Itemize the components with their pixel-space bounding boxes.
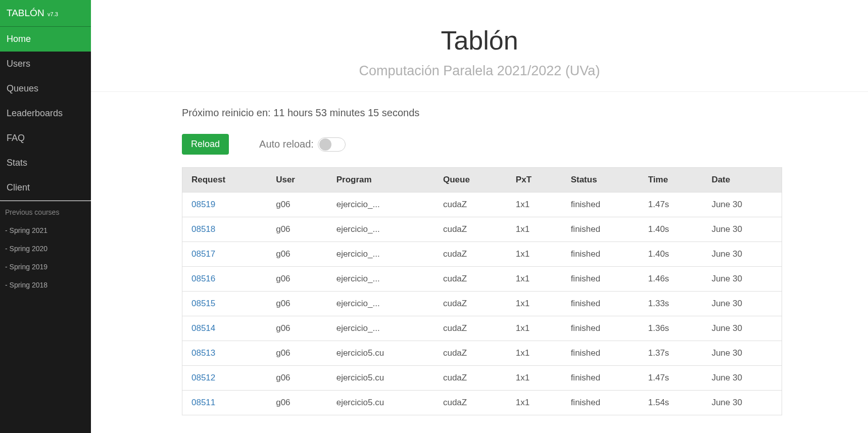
sidebar-item-queues[interactable]: Queues xyxy=(0,76,91,101)
cell-status: finished xyxy=(562,242,639,267)
cell-program: ejercicio_... xyxy=(327,193,434,217)
table-row: 08517g06ejercicio_...cudaZ1x1finished1.4… xyxy=(182,242,782,267)
countdown-text: Próximo reinicio en: 11 hours 53 minutes… xyxy=(182,107,782,119)
sidebar-brand[interactable]: TABLÓN v7.3 xyxy=(0,0,91,27)
cell-request[interactable]: 08516 xyxy=(182,267,267,292)
cell-status: finished xyxy=(562,267,639,292)
cell-user: g06 xyxy=(267,217,327,242)
brand-version: v7.3 xyxy=(47,11,58,17)
sidebar-item-home[interactable]: Home xyxy=(0,27,91,52)
cell-program: ejercicio5.cu xyxy=(327,366,434,391)
brand-title: TABLÓN xyxy=(7,8,44,18)
cell-time: 1.54s xyxy=(639,391,703,415)
table-row: 08519g06ejercicio_...cudaZ1x1finished1.4… xyxy=(182,193,782,217)
cell-status: finished xyxy=(562,217,639,242)
sidebar-item-client[interactable]: Client xyxy=(0,175,91,200)
cell-time: 1.40s xyxy=(639,217,703,242)
cell-date: June 30 xyxy=(702,391,782,415)
cell-user: g06 xyxy=(267,366,327,391)
cell-date: June 30 xyxy=(702,217,782,242)
cell-request[interactable]: 08518 xyxy=(182,217,267,242)
cell-time: 1.40s xyxy=(639,242,703,267)
cell-status: finished xyxy=(562,193,639,217)
previous-course-link[interactable]: - Spring 2020 xyxy=(0,239,91,258)
cell-program: ejercicio_... xyxy=(327,292,434,316)
cell-date: June 30 xyxy=(702,292,782,316)
table-header-program: Program xyxy=(327,168,434,193)
sidebar-item-leaderboards[interactable]: Leaderboards xyxy=(0,101,91,126)
cell-time: 1.47s xyxy=(639,193,703,217)
table-row: 08518g06ejercicio_...cudaZ1x1finished1.4… xyxy=(182,217,782,242)
table-header-pxt: PxT xyxy=(507,168,562,193)
table-header-user: User xyxy=(267,168,327,193)
cell-request[interactable]: 08519 xyxy=(182,193,267,217)
cell-date: June 30 xyxy=(702,193,782,217)
cell-request[interactable]: 08511 xyxy=(182,391,267,415)
cell-request[interactable]: 08512 xyxy=(182,366,267,391)
cell-pxt: 1x1 xyxy=(507,391,562,415)
table-row: 08514g06ejercicio_...cudaZ1x1finished1.3… xyxy=(182,316,782,341)
cell-time: 1.36s xyxy=(639,316,703,341)
cell-status: finished xyxy=(562,366,639,391)
cell-request[interactable]: 08513 xyxy=(182,341,267,366)
reload-button[interactable]: Reload xyxy=(182,134,229,155)
cell-user: g06 xyxy=(267,391,327,415)
cell-time: 1.37s xyxy=(639,341,703,366)
previous-courses-header: Previous courses xyxy=(0,201,91,221)
cell-queue: cudaZ xyxy=(434,193,507,217)
cell-date: June 30 xyxy=(702,267,782,292)
cell-pxt: 1x1 xyxy=(507,316,562,341)
sidebar-item-faq[interactable]: FAQ xyxy=(0,126,91,151)
cell-status: finished xyxy=(562,341,639,366)
cell-pxt: 1x1 xyxy=(507,193,562,217)
cell-pxt: 1x1 xyxy=(507,341,562,366)
cell-program: ejercicio_... xyxy=(327,267,434,292)
cell-queue: cudaZ xyxy=(434,267,507,292)
table-row: 08511g06ejercicio5.cucudaZ1x1finished1.5… xyxy=(182,391,782,415)
main-content: Tablón Computación Paralela 2021/2022 (U… xyxy=(91,0,868,433)
cell-pxt: 1x1 xyxy=(507,366,562,391)
table-header-time: Time xyxy=(639,168,703,193)
cell-user: g06 xyxy=(267,292,327,316)
previous-course-link[interactable]: - Spring 2021 xyxy=(0,221,91,239)
previous-courses-list: - Spring 2021- Spring 2020- Spring 2019-… xyxy=(0,221,91,294)
auto-reload-toggle[interactable] xyxy=(318,137,346,152)
cell-pxt: 1x1 xyxy=(507,242,562,267)
previous-course-link[interactable]: - Spring 2018 xyxy=(0,276,91,294)
previous-course-link[interactable]: - Spring 2019 xyxy=(0,258,91,276)
cell-date: June 30 xyxy=(702,242,782,267)
page-header: Tablón Computación Paralela 2021/2022 (U… xyxy=(91,0,868,92)
countdown-value: 11 hours 53 minutes 15 seconds xyxy=(273,107,419,118)
cell-status: finished xyxy=(562,292,639,316)
cell-request[interactable]: 08515 xyxy=(182,292,267,316)
cell-queue: cudaZ xyxy=(434,341,507,366)
sidebar-nav: HomeUsersQueuesLeaderboardsFAQStatsClien… xyxy=(0,27,91,200)
cell-pxt: 1x1 xyxy=(507,267,562,292)
cell-pxt: 1x1 xyxy=(507,217,562,242)
sidebar-item-stats[interactable]: Stats xyxy=(0,151,91,175)
cell-queue: cudaZ xyxy=(434,217,507,242)
auto-reload-label: Auto reload: xyxy=(259,138,314,150)
controls-row: Reload Auto reload: xyxy=(182,134,782,155)
cell-user: g06 xyxy=(267,193,327,217)
cell-user: g06 xyxy=(267,242,327,267)
cell-time: 1.46s xyxy=(639,267,703,292)
cell-queue: cudaZ xyxy=(434,292,507,316)
toggle-knob xyxy=(319,138,331,151)
table-body: 08519g06ejercicio_...cudaZ1x1finished1.4… xyxy=(182,193,782,415)
table-row: 08516g06ejercicio_...cudaZ1x1finished1.4… xyxy=(182,267,782,292)
cell-user: g06 xyxy=(267,316,327,341)
table-header-date: Date xyxy=(702,168,782,193)
cell-queue: cudaZ xyxy=(434,391,507,415)
cell-request[interactable]: 08517 xyxy=(182,242,267,267)
table-header-queue: Queue xyxy=(434,168,507,193)
requests-table: RequestUserProgramQueuePxTStatusTimeDate… xyxy=(182,167,782,415)
sidebar-item-users[interactable]: Users xyxy=(0,52,91,76)
auto-reload-group: Auto reload: xyxy=(259,137,346,152)
cell-request[interactable]: 08514 xyxy=(182,316,267,341)
cell-program: ejercicio5.cu xyxy=(327,391,434,415)
cell-date: June 30 xyxy=(702,366,782,391)
cell-date: June 30 xyxy=(702,316,782,341)
cell-pxt: 1x1 xyxy=(507,292,562,316)
cell-queue: cudaZ xyxy=(434,316,507,341)
